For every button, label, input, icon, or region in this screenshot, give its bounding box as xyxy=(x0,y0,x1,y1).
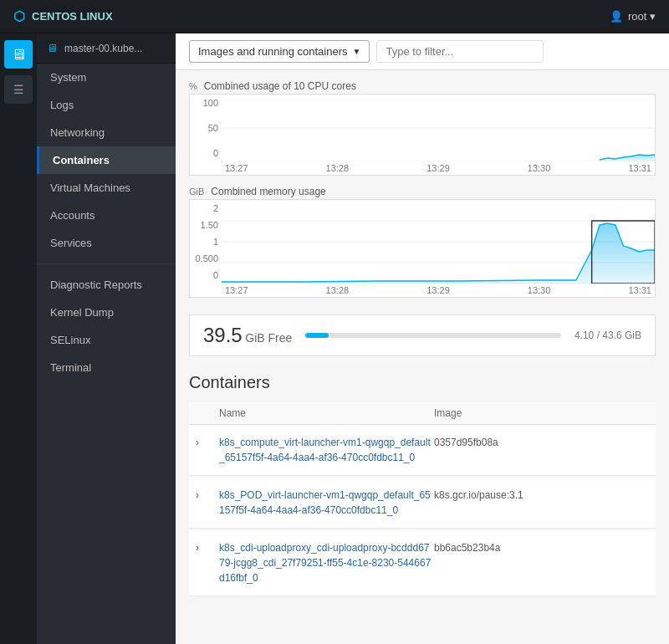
cpu-chart-inner xyxy=(222,95,655,161)
container-image-3: bb6ac5b23b4a xyxy=(434,540,649,555)
nav-column: 🖥 master-00.kube... System Logs Networki… xyxy=(37,33,176,644)
container-image-1: 0357d95fb08a xyxy=(434,435,649,450)
sidebar-item-virtual-machines[interactable]: Virtual Machines xyxy=(37,174,176,202)
mem-y-axis: 2 1.50 1 0.500 0 xyxy=(190,200,222,280)
host-label: master-00.kube... xyxy=(64,43,142,54)
host-icon: 🖥 xyxy=(47,42,58,54)
mem-chart-inner xyxy=(222,200,655,284)
brand-label: CENTOS LINUX xyxy=(32,10,113,23)
content-area: Images and running containers ▼ % Combin… xyxy=(176,33,669,644)
filter-input[interactable] xyxy=(376,40,544,63)
disk-bar-wrap xyxy=(305,333,561,338)
cpu-y-axis: 100 50 0 xyxy=(190,95,222,158)
cpu-chart-title: Combined usage of 10 CPU cores xyxy=(204,80,356,92)
container-name-2: k8s_POD_virt-launcher-vm1-qwgqp_default_… xyxy=(219,488,434,518)
col-name-header: Name xyxy=(219,407,434,419)
cpu-x-axis: 13:27 13:28 13:29 13:30 13:31 xyxy=(222,161,655,175)
table-row[interactable]: › k8s_POD_virt-launcher-vm1-qwgqp_defaul… xyxy=(189,478,656,529)
sidebar-item-networking[interactable]: Networking xyxy=(37,119,176,146)
view-dropdown[interactable]: Images and running containers ▼ xyxy=(189,40,370,63)
content-header: Images and running containers ▼ xyxy=(176,33,669,70)
memory-chart: 2 1.50 1 0.500 0 xyxy=(189,199,656,298)
mem-x-axis: 13:27 13:28 13:29 13:30 13:31 xyxy=(222,284,655,297)
container-image-2: k8s.gcr.io/pause:3.1 xyxy=(434,488,649,503)
sidebar-item-selinux[interactable]: SELinux xyxy=(37,326,176,354)
main-layout: 🖥 ☰ 🖥 master-00.kube... System Logs Netw… xyxy=(0,33,669,644)
disk-free-value: 39.5 xyxy=(203,324,243,346)
secondary-icon-btn[interactable]: ☰ xyxy=(4,75,33,104)
disk-section: 39.5 GiB Free 4.10 / 43.6 GiB xyxy=(189,314,656,356)
sidebar-item-accounts[interactable]: Accounts xyxy=(37,202,176,229)
expand-chevron-2[interactable]: › xyxy=(196,488,219,501)
expand-chevron-1[interactable]: › xyxy=(196,435,219,448)
table-row[interactable]: › k8s_cdi-uploadproxy_cdi-uploadproxy-bc… xyxy=(189,530,656,596)
topbar: ⬡ CENTOS LINUX 👤 root ▾ xyxy=(0,0,669,33)
table-row[interactable]: › k8s_compute_virt-launcher-vm1-qwgqp_de… xyxy=(189,425,656,476)
nav-divider xyxy=(37,263,176,264)
container-name-1: k8s_compute_virt-launcher-vm1-qwgqp_defa… xyxy=(219,435,434,465)
user-icon: 👤 xyxy=(610,10,623,23)
sidebar-item-terminal[interactable]: Terminal xyxy=(37,354,176,381)
mem-chart-title: Combined memory usage xyxy=(211,186,325,197)
disk-free-display: 39.5 GiB Free xyxy=(203,324,292,347)
icon-column: 🖥 ☰ xyxy=(0,33,37,644)
mem-chart-svg xyxy=(222,200,655,284)
table-header: Name Image xyxy=(189,402,656,425)
cpu-y-label: % xyxy=(189,81,197,91)
container-name-3: k8s_cdi-uploadproxy_cdi-uploadproxy-bcdd… xyxy=(219,540,434,585)
sidebar-item-services[interactable]: Services xyxy=(37,229,176,257)
sidebar-item-diagnostic-reports[interactable]: Diagnostic Reports xyxy=(37,271,176,299)
disk-total-label: 4.10 / 43.6 GiB xyxy=(575,330,641,341)
containers-title: Containers xyxy=(189,373,656,392)
sidebar-item-system[interactable]: System xyxy=(37,64,176,91)
dropdown-label: Images and running containers xyxy=(198,45,348,58)
disk-free-unit: GiB Free xyxy=(245,331,292,345)
cpu-chart-container: % Combined usage of 10 CPU cores 100 50 … xyxy=(189,80,656,176)
user-label: root ▾ xyxy=(628,10,656,23)
cpu-chart-svg xyxy=(222,95,655,161)
chevron-down-icon: ▼ xyxy=(353,47,361,56)
cpu-chart: 100 50 0 xyxy=(189,94,656,176)
sidebar-wrapper: 🖥 ☰ 🖥 master-00.kube... System Logs Netw… xyxy=(0,33,176,644)
host-header: 🖥 master-00.kube... xyxy=(37,33,176,64)
user-menu[interactable]: 👤 root ▾ xyxy=(610,10,656,23)
brand-title: ⬡ CENTOS LINUX xyxy=(13,8,113,24)
sidebar-item-containers[interactable]: Containers xyxy=(37,146,176,174)
sidebar-item-logs[interactable]: Logs xyxy=(37,91,176,119)
host-icon-btn[interactable]: 🖥 xyxy=(4,40,33,69)
sidebar-item-kernel-dump[interactable]: Kernel Dump xyxy=(37,299,176,326)
memory-chart-container: GiB Combined memory usage 2 1.50 1 0.500… xyxy=(189,186,656,298)
disk-bar xyxy=(305,333,329,338)
col-image-header: Image xyxy=(434,407,649,419)
charts-section: % Combined usage of 10 CPU cores 100 50 … xyxy=(176,70,669,314)
containers-section: Containers Name Image › k8s_compute_virt… xyxy=(176,366,669,605)
mem-y-label: GiB xyxy=(189,187,204,197)
expand-chevron-3[interactable]: › xyxy=(196,540,219,554)
nav-section: System Logs Networking Containers Virtua… xyxy=(37,64,176,381)
